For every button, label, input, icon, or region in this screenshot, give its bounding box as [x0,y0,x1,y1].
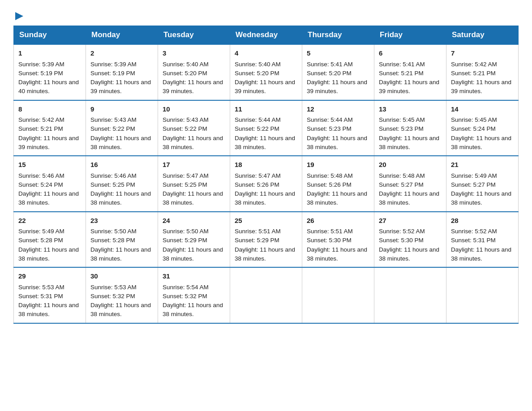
day-number: 24 [163,216,225,226]
day-number: 17 [163,160,225,170]
day-number: 6 [379,48,442,59]
calendar-cell: 29Sunrise: 5:53 AMSunset: 5:31 PMDayligh… [14,267,86,323]
day-number: 23 [90,216,153,226]
header [13,9,519,21]
header-monday: Monday [86,26,158,45]
header-wednesday: Wednesday [230,26,302,45]
header-saturday: Saturday [446,26,519,45]
day-number: 2 [90,48,153,59]
day-number: 5 [307,48,369,59]
header-tuesday: Tuesday [158,26,230,45]
calendar-cell: 22Sunrise: 5:49 AMSunset: 5:28 PMDayligh… [14,212,86,268]
calendar-cell: 21Sunrise: 5:49 AMSunset: 5:27 PMDayligh… [446,156,519,212]
day-number: 27 [379,216,442,226]
calendar-table: Sunday Monday Tuesday Wednesday Thursday… [13,26,519,324]
day-number: 16 [90,160,153,170]
calendar-cell: 31Sunrise: 5:54 AMSunset: 5:32 PMDayligh… [158,267,230,323]
calendar-cell: 24Sunrise: 5:50 AMSunset: 5:29 PMDayligh… [158,212,230,268]
logo-arrow-icon [14,11,24,21]
calendar-cell [230,267,302,323]
calendar-cell [446,267,519,323]
day-number: 21 [451,160,514,170]
calendar-cell [374,267,446,323]
calendar-cell: 20Sunrise: 5:48 AMSunset: 5:27 PMDayligh… [374,156,446,212]
calendar-cell: 19Sunrise: 5:48 AMSunset: 5:26 PMDayligh… [302,156,374,212]
day-number: 13 [379,104,442,115]
calendar-cell: 6Sunrise: 5:41 AMSunset: 5:21 PMDaylight… [374,44,446,100]
calendar-cell: 8Sunrise: 5:42 AMSunset: 5:21 PMDaylight… [14,100,86,156]
calendar-cell: 14Sunrise: 5:45 AMSunset: 5:24 PMDayligh… [446,100,519,156]
calendar-cell: 12Sunrise: 5:44 AMSunset: 5:23 PMDayligh… [302,100,374,156]
day-number: 10 [163,104,225,115]
logo [13,11,24,21]
day-number: 20 [379,160,442,170]
day-number: 30 [90,271,153,282]
calendar-cell: 11Sunrise: 5:44 AMSunset: 5:22 PMDayligh… [230,100,302,156]
calendar-cell: 10Sunrise: 5:43 AMSunset: 5:22 PMDayligh… [158,100,230,156]
calendar-cell: 27Sunrise: 5:52 AMSunset: 5:30 PMDayligh… [374,212,446,268]
calendar-cell: 13Sunrise: 5:45 AMSunset: 5:23 PMDayligh… [374,100,446,156]
calendar-cell: 17Sunrise: 5:47 AMSunset: 5:25 PMDayligh… [158,156,230,212]
day-number: 7 [451,48,514,59]
day-number: 12 [307,104,369,115]
day-number: 8 [18,104,81,115]
day-number: 15 [18,160,81,170]
header-friday: Friday [374,26,446,45]
day-number: 19 [307,160,369,170]
calendar-week-row: 29Sunrise: 5:53 AMSunset: 5:31 PMDayligh… [14,267,519,323]
calendar-week-row: 8Sunrise: 5:42 AMSunset: 5:21 PMDaylight… [14,100,519,156]
calendar-cell: 4Sunrise: 5:40 AMSunset: 5:20 PMDaylight… [230,44,302,100]
calendar-cell: 26Sunrise: 5:51 AMSunset: 5:30 PMDayligh… [302,212,374,268]
calendar-cell: 16Sunrise: 5:46 AMSunset: 5:25 PMDayligh… [86,156,158,212]
day-number: 3 [163,48,225,59]
calendar-cell [302,267,374,323]
day-number: 4 [235,48,297,59]
calendar-cell: 25Sunrise: 5:51 AMSunset: 5:29 PMDayligh… [230,212,302,268]
day-number: 28 [451,216,514,226]
calendar-week-row: 15Sunrise: 5:46 AMSunset: 5:24 PMDayligh… [14,156,519,212]
calendar-cell: 9Sunrise: 5:43 AMSunset: 5:22 PMDaylight… [86,100,158,156]
header-sunday: Sunday [14,26,86,45]
calendar-cell: 18Sunrise: 5:47 AMSunset: 5:26 PMDayligh… [230,156,302,212]
day-number: 14 [451,104,514,115]
day-number: 25 [235,216,297,226]
calendar-cell: 1Sunrise: 5:39 AMSunset: 5:19 PMDaylight… [14,44,86,100]
calendar-cell: 28Sunrise: 5:52 AMSunset: 5:31 PMDayligh… [446,212,519,268]
day-number: 31 [163,271,225,282]
day-number: 9 [90,104,153,115]
day-number: 1 [18,48,81,59]
calendar-cell: 15Sunrise: 5:46 AMSunset: 5:24 PMDayligh… [14,156,86,212]
calendar-cell: 7Sunrise: 5:42 AMSunset: 5:21 PMDaylight… [446,44,519,100]
day-number: 18 [235,160,297,170]
day-number: 29 [18,271,81,282]
day-number: 22 [18,216,81,226]
header-thursday: Thursday [302,26,374,45]
day-number: 11 [235,104,297,115]
calendar-cell: 3Sunrise: 5:40 AMSunset: 5:20 PMDaylight… [158,44,230,100]
day-number: 26 [307,216,369,226]
calendar-cell: 5Sunrise: 5:41 AMSunset: 5:20 PMDaylight… [302,44,374,100]
calendar-cell: 30Sunrise: 5:53 AMSunset: 5:32 PMDayligh… [86,267,158,323]
svg-marker-0 [15,12,23,20]
calendar-cell: 23Sunrise: 5:50 AMSunset: 5:28 PMDayligh… [86,212,158,268]
calendar-header-row: Sunday Monday Tuesday Wednesday Thursday… [14,26,519,45]
calendar-cell: 2Sunrise: 5:39 AMSunset: 5:19 PMDaylight… [86,44,158,100]
calendar-week-row: 1Sunrise: 5:39 AMSunset: 5:19 PMDaylight… [14,44,519,100]
calendar-page: Sunday Monday Tuesday Wednesday Thursday… [0,0,532,337]
calendar-week-row: 22Sunrise: 5:49 AMSunset: 5:28 PMDayligh… [14,212,519,268]
